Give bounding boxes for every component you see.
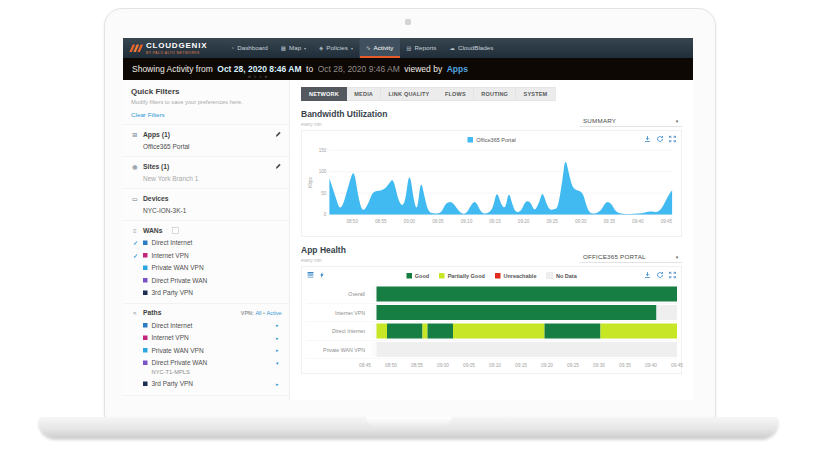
- health-row-track[interactable]: [372, 324, 678, 339]
- axis-tick-label: 09:45: [671, 362, 683, 368]
- nav-item-activity[interactable]: ∿Activity: [359, 38, 399, 58]
- health-segment-partially_good: [377, 324, 387, 339]
- view-mode-link[interactable]: Apps: [447, 64, 468, 74]
- svg-text:09:30: 09:30: [575, 219, 587, 224]
- vpn-all-link[interactable]: All: [255, 310, 261, 316]
- path-list: Direct Internet▸Internet VPN▸Private WAN…: [131, 322, 282, 388]
- legend-label: Good: [415, 273, 429, 279]
- wan-filter-3rd-party-vpn[interactable]: 3rd Party VPN: [132, 289, 282, 297]
- device-name[interactable]: NYC-ION-3K-1: [143, 207, 282, 215]
- flash-icon[interactable]: [319, 272, 326, 279]
- map-icon: ▦: [281, 45, 286, 52]
- app-health-title: App Health: [301, 246, 346, 256]
- path-item-direct-private-wan[interactable]: Direct Private WAN▾: [143, 359, 279, 367]
- chevron-right-icon[interactable]: ▸: [276, 323, 279, 329]
- path-color-swatch: [143, 336, 148, 341]
- path-item-internet-vpn[interactable]: Internet VPN▸: [143, 334, 279, 342]
- path-sub-device[interactable]: NYC-T1-MPLS: [152, 369, 279, 375]
- svg-text:09:45: 09:45: [661, 219, 673, 224]
- health-segment-good: [387, 324, 423, 339]
- axis-tick-label: 09:20: [541, 362, 553, 368]
- health-row-track[interactable]: [372, 287, 678, 302]
- wans-select-all-checkbox[interactable]: [172, 227, 179, 234]
- clear-filters-link[interactable]: Clear Filters: [131, 111, 282, 118]
- table-view-icon[interactable]: [307, 272, 314, 279]
- tab-routing[interactable]: ROUTING: [474, 87, 516, 101]
- bandwidth-chart-svg[interactable]: 050100150Kbps08:5008:5509:0009:0509:1009…: [306, 143, 677, 234]
- devices-section-label: Devices: [143, 195, 169, 203]
- nav-item-reports[interactable]: ▤Reports: [400, 38, 443, 58]
- health-segment-no_data: [377, 342, 677, 357]
- to-date-button[interactable]: Oct 28, 2020 9:46 AM: [318, 64, 400, 74]
- path-item-label: Private WAN VPN: [152, 347, 204, 355]
- legend-label: No Data: [556, 273, 577, 279]
- download-icon[interactable]: [644, 136, 651, 143]
- health-segment-good: [377, 305, 657, 320]
- nav-item-dashboard[interactable]: ◔Dashboard: [224, 38, 274, 58]
- expand-icon[interactable]: [669, 272, 676, 279]
- chevron-down-icon[interactable]: ▾: [276, 360, 279, 366]
- path-item-direct-internet[interactable]: Direct Internet▸: [143, 322, 279, 330]
- devices-icon: ▭: [131, 195, 139, 202]
- nav-item-label: Reports: [415, 45, 437, 52]
- legend-swatch: [439, 273, 445, 279]
- path-color-swatch: [143, 361, 148, 366]
- tab-flows[interactable]: FLOWS: [437, 87, 473, 101]
- path-item-label: Direct Private WAN: [152, 359, 208, 367]
- path-item-label: Internet VPN: [152, 334, 189, 342]
- health-row-track[interactable]: [372, 342, 678, 357]
- expand-icon[interactable]: [669, 136, 676, 143]
- svg-text:09:20: 09:20: [518, 219, 530, 224]
- wan-filter-direct-internet[interactable]: ✓Direct Internet: [132, 239, 282, 247]
- bandwidth-chart[interactable]: 050100150Kbps08:5008:5509:0009:0509:1009…: [306, 143, 677, 234]
- path-item-3rd-party-vpn[interactable]: 3rd Party VPN▸: [143, 380, 279, 388]
- sites-selected-value[interactable]: New York Branch 1: [143, 175, 282, 183]
- app-health-panel: GoodPartially GoodUnreachableNo Data Ove…: [301, 267, 682, 375]
- svg-text:50: 50: [321, 191, 327, 196]
- chevron-right-icon[interactable]: ▸: [276, 335, 279, 341]
- cloudgenix-logo-icon: [129, 44, 143, 52]
- svg-text:0: 0: [324, 212, 327, 217]
- cloudgenix-app: CLOUDGENIX BY PALO ALTO NETWORKS ◔Dashbo…: [123, 38, 693, 400]
- apps-selected-value[interactable]: Office365 Portal: [143, 143, 282, 151]
- from-date-button[interactable]: Oct 28, 2020 8:46 AM: [217, 64, 301, 74]
- legend-item-good: Good: [406, 273, 429, 279]
- tab-link-quality[interactable]: LINK QUALITY: [381, 87, 437, 101]
- edit-apps-button[interactable]: [275, 131, 282, 138]
- chevron-right-icon[interactable]: ▸: [276, 381, 279, 387]
- chevron-right-icon[interactable]: ▸: [276, 348, 279, 354]
- nav-item-policies[interactable]: ◈Policies▾: [313, 38, 360, 58]
- vpn-active-link[interactable]: Active: [267, 310, 282, 316]
- dashboard-icon: ◔: [231, 45, 234, 51]
- nav-item-label: CloudBlades: [458, 45, 493, 52]
- health-row-track[interactable]: [372, 305, 678, 320]
- chevron-down-icon: ▾: [676, 254, 679, 260]
- svg-text:09:25: 09:25: [546, 219, 558, 224]
- svg-text:09:15: 09:15: [489, 219, 501, 224]
- wan-filter-internet-vpn[interactable]: ✓Internet VPN: [132, 252, 282, 260]
- tab-network[interactable]: NETWORK: [301, 87, 347, 101]
- app-health-subtitle: every min: [301, 257, 346, 263]
- axis-tick-label: 09:15: [515, 362, 527, 368]
- wan-filter-private-wan-vpn[interactable]: Private WAN VPN: [132, 264, 282, 272]
- activity-time-bar: Showing Activity from Oct 28, 2020 8:46 …: [123, 58, 693, 80]
- refresh-icon[interactable]: [657, 136, 664, 143]
- wan-color-swatch: [143, 266, 148, 271]
- brand[interactable]: CLOUDGENIX BY PALO ALTO NETWORKS: [131, 42, 207, 55]
- last-page-icon[interactable]: »: [265, 74, 271, 80]
- svg-text:100: 100: [319, 169, 327, 174]
- download-icon[interactable]: [644, 272, 651, 279]
- tab-media[interactable]: MEDIA: [347, 87, 381, 101]
- health-row-label: Internet VPN: [306, 309, 372, 315]
- nav-item-map[interactable]: ▦Map▾: [274, 38, 312, 58]
- date-nav-arrows: «‹›»: [248, 74, 271, 80]
- nav-item-cloudblades[interactable]: ☁CloudBlades: [443, 38, 500, 58]
- refresh-icon[interactable]: [657, 272, 664, 279]
- tab-system[interactable]: SYSTEM: [516, 87, 555, 101]
- path-item-private-wan-vpn[interactable]: Private WAN VPN▸: [143, 347, 279, 355]
- edit-sites-button[interactable]: [275, 163, 282, 170]
- app-health-dropdown[interactable]: OFFICE365 PORTAL ▾: [580, 251, 683, 263]
- bandwidth-view-dropdown[interactable]: SUMMARY ▾: [580, 115, 683, 127]
- network-contexts-item[interactable]: ◌ Network Contexts: [123, 395, 290, 400]
- wan-filter-direct-private-wan[interactable]: Direct Private WAN: [132, 277, 282, 285]
